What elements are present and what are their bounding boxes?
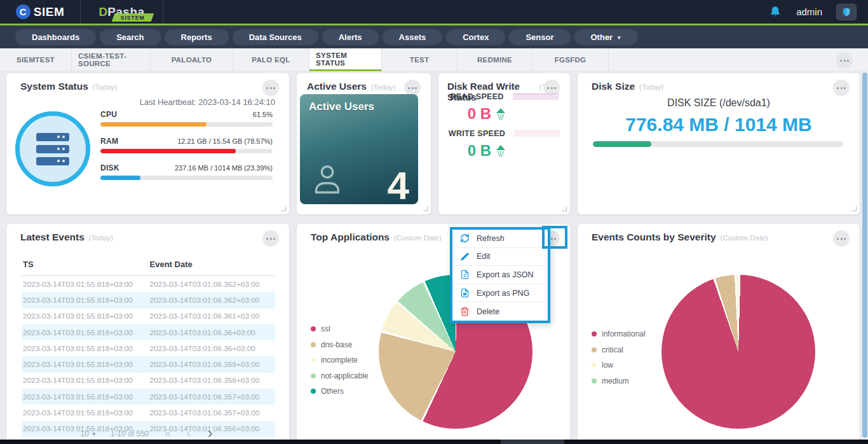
card-subtitle: (Custom Date) [721, 234, 768, 242]
vertical-scrollbar-thumb[interactable] [862, 73, 867, 438]
table-cell: 2023-03-14T03:01:55.818+03:00 [22, 280, 149, 289]
nav-item-other[interactable]: Other▼ [574, 29, 639, 45]
table-cell: 2023-03-14T03:01:06.361+03:00 [149, 312, 276, 321]
legend-item-ssl[interactable]: ssl [311, 324, 369, 333]
table-cell: 2023-03-14T03:01:06.359+03:00 [149, 360, 276, 369]
table-cell: 2023-03-14T03:01:55.818+03:00 [22, 392, 149, 401]
legend-dot [592, 378, 597, 384]
tile-label: Active Users [309, 101, 374, 113]
menu-item-edit[interactable]: Edit [452, 248, 548, 267]
table-row[interactable]: 2023-03-14T03:01:55.818+03:002023-03-14T… [22, 292, 275, 308]
legend-item-dns-base[interactable]: dns-base [311, 340, 369, 349]
tabs-overflow-button[interactable] [836, 52, 853, 69]
nav-item-assets[interactable]: Assets [383, 29, 443, 45]
card-active-users: Active Users (Today) Active Users 4 [297, 73, 431, 214]
tab-palo-eql[interactable]: PALO EQL [233, 48, 309, 71]
system-meter-cpu: CPU61.5% [100, 110, 273, 127]
write-speed-label: WRITE SPEED [449, 129, 505, 138]
legend-label: low [602, 361, 613, 370]
menu-item-label: Export as PNG [477, 289, 529, 298]
main-nav: DashboardsSearchReportsData SourcesAlert… [0, 25, 868, 48]
card-subtitle: (Today) [93, 83, 117, 91]
legend-item-incomplete[interactable]: incomplete [311, 356, 369, 364]
table-row[interactable]: 2023-03-14T03:01:55.818+03:002023-03-14T… [22, 356, 275, 372]
card-menu-button[interactable] [262, 230, 279, 247]
tab-csiem-test-source[interactable]: CSIEM-TEST-SOURCE [72, 48, 151, 71]
legend-item-low[interactable]: low [592, 361, 646, 370]
table-cell: 2023-03-14T03:01:06.36+03:00 [149, 328, 276, 337]
table-row[interactable]: 2023-03-14T03:01:55.818+03:002023-03-14T… [22, 340, 275, 356]
nav-item-search[interactable]: Search [100, 29, 160, 45]
nav-item-data-sources[interactable]: Data Sources [233, 29, 318, 45]
legend-item-medium[interactable]: medium [592, 377, 646, 385]
disk-size-heading: DISK SIZE (/dev/sda1) [578, 97, 860, 109]
tab-paloalto[interactable]: PALOALTO [151, 48, 233, 71]
legend-label: dns-base [321, 340, 352, 349]
product-logo-d: D [98, 5, 107, 19]
card-menu-button[interactable] [833, 80, 850, 96]
legend-dot [592, 347, 597, 352]
table-cell: 2023-03-14T03:01:55.818+03:00 [22, 376, 149, 385]
table-row[interactable]: 2023-03-14T03:01:55.818+03:002023-03-14T… [22, 324, 275, 340]
app-logo[interactable]: C SIEM [0, 0, 81, 24]
legend-dot [311, 389, 316, 394]
username[interactable]: admin [796, 6, 822, 17]
pie-legend: ssldns-baseincompletenot-applicableOther… [311, 324, 369, 403]
disk-size-value: 776.84 MB / 1014 MB [578, 114, 860, 135]
card-title: System Status [20, 81, 88, 92]
shield-icon [841, 7, 851, 17]
menu-item-export-as-json[interactable]: Export as JSON [452, 266, 548, 284]
tab-system-status[interactable]: SYSTEM STATUS [309, 48, 382, 71]
legend-label: Others [321, 387, 344, 396]
table-row[interactable]: 2023-03-14T03:01:55.818+03:002023-03-14T… [22, 309, 275, 324]
first-page-icon[interactable] [163, 428, 175, 440]
menu-item-refresh[interactable]: Refresh [452, 230, 548, 248]
table-cell: 2023-03-14T03:01:55.818+03:00 [22, 360, 149, 369]
legend-item-not-applicable[interactable]: not-applicable [311, 371, 369, 380]
table-row[interactable]: 2023-03-14T03:01:55.818+03:002023-03-14T… [22, 389, 275, 405]
prev-page-icon[interactable] [184, 428, 195, 440]
severity-pie-chart[interactable] [661, 275, 815, 429]
legend-dot [592, 363, 597, 368]
page-size-select[interactable]: 10 ▼ [81, 429, 97, 438]
events-table: TS Event Date 2023-03-14T03:01:55.818+03… [22, 260, 275, 437]
nav-item-dashboards[interactable]: Dashboards [15, 29, 96, 45]
vertical-scrollbar [862, 71, 868, 444]
profile-shield-button[interactable] [836, 4, 857, 20]
next-page-icon[interactable] [204, 428, 215, 440]
nav-item-cortex[interactable]: Cortex [446, 29, 505, 45]
delete-icon [460, 307, 470, 316]
export-png-icon [460, 288, 470, 298]
nav-item-sensor[interactable]: Sensor [509, 29, 570, 45]
table-row[interactable]: 2023-03-14T03:01:55.818+03:002023-03-14T… [22, 276, 275, 292]
legend-label: medium [602, 377, 629, 385]
card-menu-button[interactable] [262, 80, 279, 96]
tab-test[interactable]: TEST [382, 48, 458, 71]
horizontal-scrollbar-thumb[interactable] [501, 440, 564, 444]
table-cell: 2023-03-14T03:01:06.36+03:00 [149, 344, 276, 353]
table-row[interactable]: 2023-03-14T03:01:55.818+03:002023-03-14T… [22, 405, 275, 420]
product-badge: SISTEM [112, 13, 154, 22]
system-meter-disk: DISK237.16 MB / 1014 MB (23.39%) [100, 163, 273, 180]
legend-item-others[interactable]: Others [311, 387, 369, 396]
person-icon [309, 161, 346, 198]
refresh-icon [460, 233, 470, 243]
card-menu-button[interactable] [833, 230, 850, 247]
legend-item-critical[interactable]: critical [592, 345, 646, 354]
tab-redmine[interactable]: REDMINE [458, 48, 532, 71]
legend-label: not-applicable [321, 371, 369, 380]
product-logo[interactable]: DPasha SISTEM [81, 0, 163, 24]
menu-item-delete[interactable]: Delete [452, 302, 548, 321]
nav-item-reports[interactable]: Reports [165, 29, 229, 45]
menu-item-export-as-png[interactable]: Export as PNG [452, 284, 548, 303]
tab-siemtest[interactable]: SIEMTEST [0, 48, 72, 71]
card-disk-size: Disk Size (Today) DISK SIZE (/dev/sda1) … [578, 73, 860, 214]
legend-item-informational[interactable]: informational [592, 330, 646, 338]
legend-dot [311, 342, 316, 347]
nav-item-alerts[interactable]: Alerts [322, 29, 379, 45]
table-cell: 2023-03-14T03:01:06.358+03:00 [149, 376, 276, 385]
notifications-bell-icon[interactable] [768, 5, 782, 19]
menu-item-label: Edit [477, 252, 491, 261]
tab-fgsfdg[interactable]: FGSFDG [532, 48, 609, 71]
table-row[interactable]: 2023-03-14T03:01:55.818+03:002023-03-14T… [22, 373, 275, 389]
